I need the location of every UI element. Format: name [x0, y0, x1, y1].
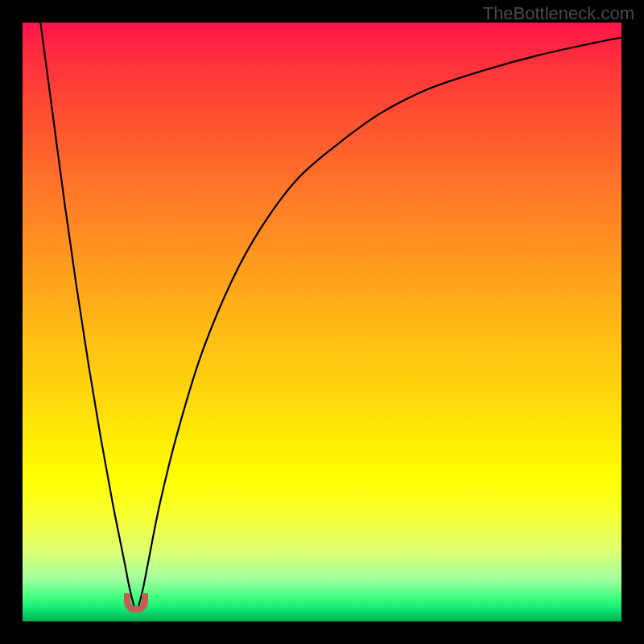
plot-area [23, 23, 621, 621]
watermark-text: TheBottleneck.com [483, 3, 634, 24]
bottleneck-curve [23, 23, 621, 621]
chart-canvas: TheBottleneck.com [0, 0, 644, 644]
